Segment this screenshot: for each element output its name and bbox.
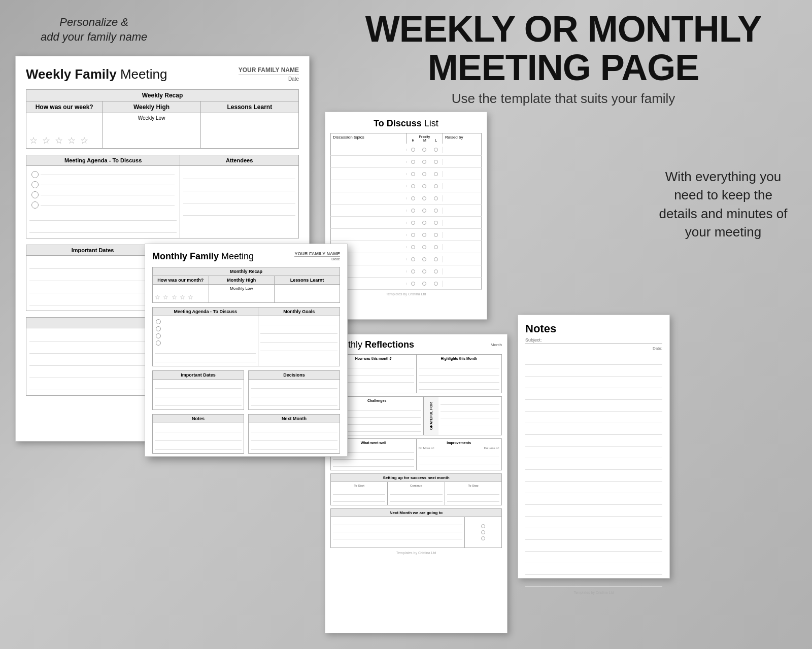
personalize-annotation: Personalize & add your family name [41, 15, 147, 44]
attendees-body [180, 166, 298, 221]
reflections-footer: Templates by Cristina Ltd [330, 551, 502, 555]
main-subtitle: Use the template that suits your family [315, 91, 812, 107]
challenges-grateful-section: Challenges GRATEFUL FOR [330, 396, 502, 435]
monthly-footer: Templates by Cristina Ltd [152, 456, 340, 457]
reflections-header: Monthly Reflections Month [330, 339, 502, 350]
discuss-row [330, 204, 482, 217]
monthly-goals-col: Monthly Goals [258, 308, 340, 366]
recap-header: Weekly Recap [26, 90, 299, 101]
lessons-learnt-header: Lessons Learnt [200, 101, 298, 113]
notes-subject-label: Subject: [525, 337, 662, 344]
next-month-going-section: Next Month we are going to [330, 508, 502, 548]
agenda-header: Meeting Agenda - To Discuss [26, 155, 180, 166]
discuss-footer: Templates by Cristina Ltd [330, 292, 482, 296]
setting-up-section: Setting up for success next month To Sta… [330, 473, 502, 505]
weekly-low-cell: Weekly Low [103, 113, 200, 149]
monthly-family-name-block: YOUR FAMILY NAME Date [294, 251, 340, 261]
notes-page-title: Notes [525, 322, 662, 335]
discuss-page: To Discuss List Discussion topics Priori… [325, 112, 487, 320]
discuss-row [330, 156, 482, 168]
agenda-item-3 [31, 191, 175, 198]
notes-page: Notes Subject: Date: Templates by Cristi… [518, 315, 670, 578]
notes-lines [525, 355, 662, 587]
agenda-item-1 [31, 171, 175, 178]
weekly-page-title: Weekly Family Meeting [26, 66, 167, 82]
weekly-family-name-block: YOUR FAMILY NAME Date [239, 66, 299, 82]
attendees-header: Attendees [180, 155, 298, 166]
discuss-priority-col-header: Priority H M L [407, 133, 443, 144]
priority-sub-labels: H M L [408, 139, 442, 142]
discuss-row [330, 278, 482, 290]
agenda-column: Meeting Agenda - To Discuss [26, 155, 180, 238]
monthly-imp-decisions: Important Dates Decisions [152, 370, 340, 410]
weekly-page-header: Weekly Family Meeting YOUR FAMILY NAME D… [26, 66, 299, 82]
discuss-topics-col-header: Discussion topics [331, 133, 407, 144]
reflections-page: Monthly Reflections Month How was this m… [325, 334, 507, 633]
agenda-item-2 [31, 181, 175, 188]
notes-date-label: Date: [525, 346, 662, 351]
agenda-item-4 [31, 201, 175, 209]
circle-icon [31, 171, 39, 178]
weekly-high-header: Weekly High [103, 101, 200, 113]
discuss-row [330, 229, 482, 241]
agenda-attendees-section: Meeting Agenda - To Discuss Attendees [26, 155, 299, 238]
monthly-recap-table: Monthly Recap How was our month? Monthly… [152, 267, 340, 303]
discuss-row [330, 144, 482, 156]
agenda-line-2 [29, 223, 177, 233]
monthly-next-month-box: Next Month [248, 414, 340, 454]
important-dates-header: Important Dates [26, 245, 159, 256]
discuss-row [330, 253, 482, 265]
monthly-page: Monthly Family Meeting YOUR FAMILY NAME … [145, 244, 348, 457]
discuss-rows [330, 144, 482, 290]
monthly-important-dates: Important Dates [152, 370, 244, 410]
discuss-row [330, 168, 482, 180]
discuss-row [330, 217, 482, 229]
monthly-agenda-col: Meeting Agenda - To Discuss [153, 308, 258, 366]
circle-icon [31, 181, 39, 188]
discuss-header-row: Discussion topics Priority H M L Raised … [330, 133, 482, 144]
lessons-cell-empty [200, 113, 298, 149]
attendees-column: Attendees [180, 155, 298, 238]
monthly-notes-nextmonth: Notes Next Month [152, 414, 340, 454]
notes-footer: Templates by Cristina Ltd [525, 591, 662, 594]
important-dates-box: Important Dates [26, 245, 159, 311]
monthly-agenda-goals: Meeting Agenda - To Discuss Monthly Goal… [152, 307, 340, 366]
important-dates-body [26, 256, 159, 311]
how-week-cell: ☆ ☆ ☆ ☆ ☆ [26, 113, 103, 149]
discuss-row [330, 241, 482, 253]
main-title-heading: WEEKLY OR MONTHLY MEETING PAGE [315, 10, 812, 87]
discuss-row [330, 180, 482, 192]
main-title-block: WEEKLY OR MONTHLY MEETING PAGE Use the t… [315, 10, 812, 107]
monthly-notes-box: Notes [152, 414, 244, 454]
agenda-items [29, 169, 177, 211]
weekly-recap-table: Weekly Recap How was our week? Weekly Hi… [26, 89, 299, 149]
agenda-line-1 [29, 211, 177, 221]
discuss-row [330, 192, 482, 204]
monthly-page-title: Monthly Family Meeting [152, 251, 254, 262]
circle-icon [31, 201, 39, 209]
how-highlights-section: How was this month? Highlights this Mont… [330, 354, 502, 393]
monthly-recap-header: Monthly Recap [153, 267, 340, 276]
discuss-raised-col-header: Raised by [443, 133, 481, 144]
grateful-for-label: GRATEFUL FOR [423, 397, 438, 435]
right-description: With everything you need to keep the det… [655, 167, 792, 242]
discuss-title: To Discuss List [330, 118, 482, 129]
circle-icon [31, 191, 39, 198]
monthly-decisions: Decisions [248, 370, 340, 410]
how-week-header: How was our week? [26, 101, 103, 113]
discuss-row [330, 265, 482, 278]
went-well-improvements-section: What went well Improvements Do More of: … [330, 438, 502, 470]
monthly-page-header: Monthly Family Meeting YOUR FAMILY NAME … [152, 251, 340, 262]
agenda-body [26, 166, 180, 238]
